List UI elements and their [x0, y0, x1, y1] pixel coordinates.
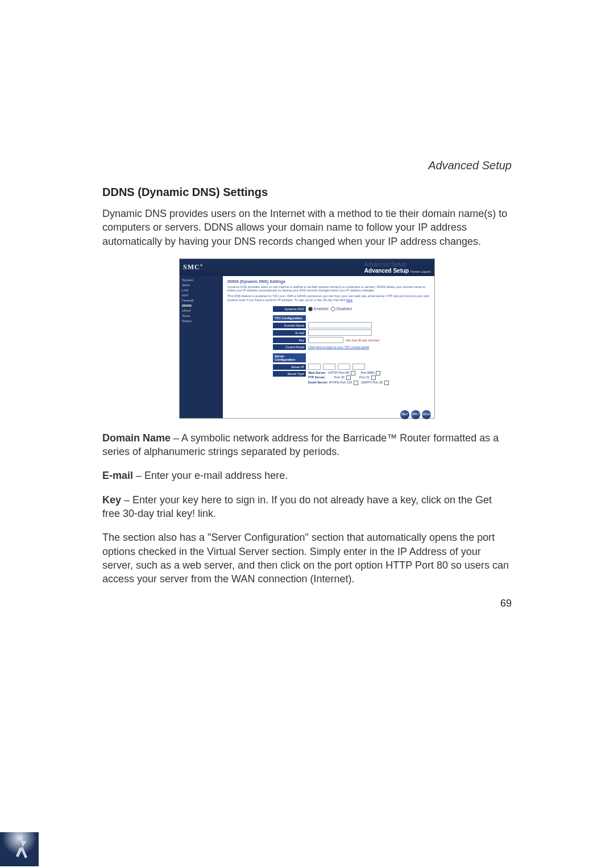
sidebar-item-system[interactable]: System: [182, 278, 221, 282]
radio-disabled[interactable]: Disabled: [331, 307, 352, 311]
smc-logo: SMC®: [183, 263, 203, 272]
checkbox-http-80[interactable]: [351, 371, 355, 375]
page-title: DDNS (Dynamic DNS) Settings: [102, 186, 512, 199]
tzo-config-header: TZO Configuration: [273, 315, 306, 321]
key-label: Key: [273, 337, 306, 343]
checkbox-port-8080[interactable]: [376, 371, 380, 375]
checkbox-smtp-25[interactable]: [384, 381, 389, 385]
email-def: E-mail – Enter your e-mail address here.: [102, 469, 512, 482]
sidebar-item-nat[interactable]: NAT: [182, 294, 221, 297]
server-ip-label: Server IP: [273, 364, 306, 370]
content-heading: DDNS (Dynamic DNS) Settings: [227, 279, 430, 283]
content-desc-1: Dynamic DNS provides users on the Intern…: [227, 285, 430, 293]
email-input[interactable]: [308, 329, 372, 336]
shot-sidebar: System WAN LAN NAT Firewall DDNS UPnP To…: [180, 276, 223, 418]
radio-enabled[interactable]: Enabled: [308, 307, 329, 311]
runner-illustration: [0, 832, 39, 866]
shot-top-links[interactable]: Home Logout: [410, 270, 431, 273]
server-type-table: Web Server: (HTTP) Port 80 Port 8080 FTP…: [308, 371, 391, 385]
section-header: Advanced Setup: [102, 159, 512, 172]
shot-header: SMC® Advanced Setup Advanced Setup Home …: [180, 259, 434, 276]
action-buttons: HELP APPLY CANCEL: [400, 410, 431, 419]
key-input[interactable]: [308, 337, 343, 343]
trial-link[interactable]: Get free 30-day trial key!: [346, 339, 380, 342]
page-number: 69: [102, 598, 512, 610]
control-panel-label: Control Panel: [273, 344, 306, 350]
apply-button[interactable]: APPLY: [411, 410, 420, 419]
router-screenshot: SMC® Advanced Setup Advanced Setup Home …: [179, 258, 435, 419]
server-ip-3[interactable]: [338, 364, 350, 370]
sidebar-item-status[interactable]: Status: [182, 319, 221, 323]
domain-name-label: Domain Name: [273, 323, 306, 328]
sidebar-item-firewall[interactable]: Firewall: [182, 299, 221, 302]
manual-page: Advanced Setup DDNS (Dynamic DNS) Settin…: [0, 0, 614, 868]
signup-link[interactable]: here: [346, 298, 352, 302]
shot-banner: Advanced Setup Advanced Setup Home Logou…: [364, 261, 431, 274]
content-desc-2: This DNS feature is powered by TZO.com. …: [227, 294, 430, 302]
checkbox-port-21[interactable]: [371, 375, 376, 380]
svg-point-0: [18, 836, 23, 840]
control-panel-link[interactable]: Click here to login to your TZO control …: [308, 345, 370, 349]
dynamic-dns-label: Dynamic DNS: [273, 306, 306, 312]
sidebar-item-tools[interactable]: Tools: [182, 314, 221, 318]
server-ip-1[interactable]: [308, 364, 321, 370]
sidebar-item-lan[interactable]: LAN: [182, 289, 221, 292]
cancel-button[interactable]: CANCEL: [422, 410, 431, 419]
domain-name-input[interactable]: [308, 322, 372, 328]
sidebar-item-ddns[interactable]: DDNS: [182, 304, 221, 307]
intro-paragraph: Dynamic DNS provides users on the Intern…: [102, 207, 512, 248]
checkbox-port-20[interactable]: [346, 375, 351, 380]
sidebar-item-wan[interactable]: WAN: [182, 283, 221, 287]
ddns-form: Dynamic DNS Enabled Disabled TZO Configu…: [273, 306, 430, 385]
email-label: E-mail: [273, 330, 306, 336]
checkbox-pop3-110[interactable]: [354, 381, 358, 385]
server-config-paragraph: The section also has a "Server Configura…: [102, 531, 512, 586]
server-ip-4[interactable]: [352, 364, 365, 370]
sidebar-item-upnp[interactable]: UPnP: [182, 309, 221, 312]
server-type-label: Server Type: [273, 371, 306, 377]
shot-body: System WAN LAN NAT Firewall DDNS UPnP To…: [180, 276, 434, 418]
server-config-header: Server Configuration: [273, 353, 306, 362]
domain-name-def: Domain Name – A symbolic network address…: [102, 431, 512, 459]
help-button[interactable]: HELP: [400, 410, 409, 419]
shot-content: DDNS (Dynamic DNS) Settings Dynamic DNS …: [223, 276, 434, 418]
key-def: Key – Enter your key here to sign in. If…: [102, 493, 512, 521]
server-ip-2[interactable]: [323, 364, 335, 370]
